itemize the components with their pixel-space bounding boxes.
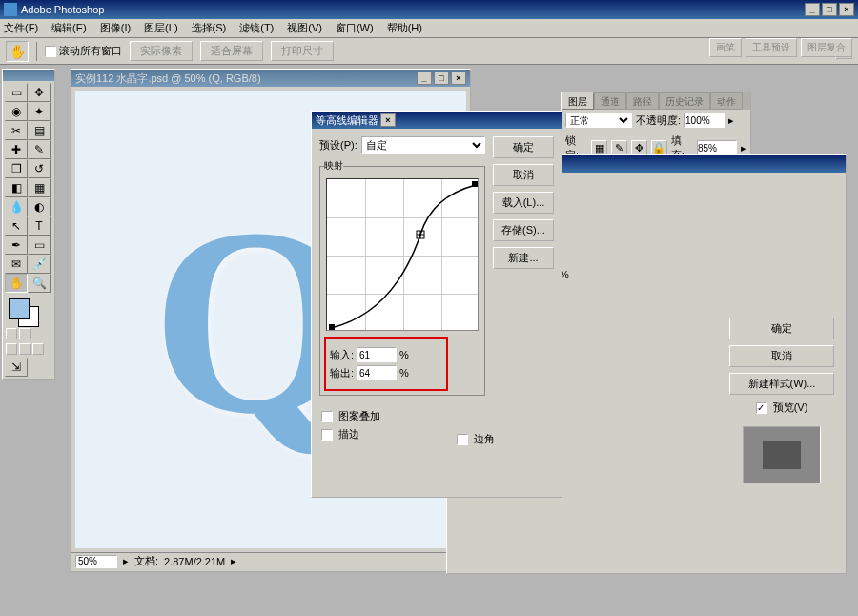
quick-toolpreset[interactable]: 工具预设 [746,38,797,57]
lock-pixels-icon[interactable]: ✎ [611,140,627,155]
corner-label: 边角 [474,432,495,446]
menu-view[interactable]: 视图(V) [287,21,322,35]
fill-input[interactable] [697,140,737,155]
stamp-tool[interactable]: ❐ [5,159,28,178]
lock-transparency-icon[interactable]: ▦ [591,140,607,155]
hand-tool[interactable]: ✋ [5,274,28,293]
screen-full-menu[interactable] [19,343,31,355]
curve-editor[interactable] [326,178,479,331]
lock-position-icon[interactable]: ✥ [631,140,647,155]
menu-image[interactable]: 图像(I) [100,21,131,35]
style-ok-button[interactable]: 确定 [729,318,834,339]
svg-rect-1 [472,181,478,187]
wand-tool[interactable]: ✦ [28,102,51,121]
fill-arrow-icon[interactable]: ▸ [741,142,746,154]
pen-tool[interactable]: ✒ [5,236,28,255]
actual-pixels-button[interactable]: 实际像素 [130,41,193,61]
contour-load-button[interactable]: 载入(L)... [493,192,554,214]
style-preview-thumbnail [743,426,821,483]
color-swatches[interactable] [5,297,52,325]
marquee-tool[interactable]: ▭ [5,83,28,102]
lock-all-icon[interactable]: 🔒 [651,140,667,155]
type-tool[interactable]: T [28,216,51,236]
contour-new-button[interactable]: 新建... [493,247,554,269]
notes-tool[interactable]: ✉ [5,255,28,274]
contour-cancel-button[interactable]: 取消 [493,164,554,186]
contour-save-button[interactable]: 存储(S)... [493,219,554,241]
style-preview-checkbox[interactable]: 预览(V) [729,400,834,415]
menu-filter[interactable]: 滤镜(T) [239,21,274,35]
tab-paths[interactable]: 路径 [626,92,659,110]
jump-to-button[interactable]: ⇲ [5,358,28,377]
print-size-button[interactable]: 打印尺寸 [271,41,334,61]
fit-screen-button[interactable]: 适合屏幕 [200,41,263,61]
contour-ok-button[interactable]: 确定 [493,136,554,158]
tab-layers[interactable]: 图层 [562,92,594,110]
minimize-button[interactable]: _ [805,3,820,16]
scroll-all-checkbox[interactable]: 滚动所有窗口 [45,44,122,58]
document-title: 实例112 水晶字.psd @ 50% (Q, RGB/8) [75,72,261,86]
history-brush-tool[interactable]: ↺ [28,159,51,178]
doc-maximize-button[interactable]: □ [434,72,449,85]
stroke-checkbox[interactable] [321,429,333,441]
output-label: 输出: [330,366,354,380]
preview-label: 预览(V) [773,400,808,415]
output-value-field[interactable] [357,365,397,380]
path-tool[interactable]: ↖ [5,216,28,236]
zoom-input[interactable] [75,555,117,568]
close-button[interactable]: × [839,3,854,16]
document-titlebar[interactable]: 实例112 水晶字.psd @ 50% (Q, RGB/8) _ □ × [72,70,470,87]
mode-standard[interactable] [6,328,17,339]
app-title: Adobe Photoshop [21,4,104,15]
slice-tool[interactable]: ▤ [28,121,51,140]
eyedropper-tool[interactable]: 💉 [28,255,51,274]
preset-select[interactable]: 自定 [361,136,485,154]
contour-title: 等高线编辑器 [316,113,378,128]
dodge-tool[interactable]: ◐ [28,197,51,216]
pattern-overlay-checkbox[interactable] [321,411,333,422]
tab-actions[interactable]: 动作 [710,92,743,110]
opacity-arrow-icon[interactable]: ▸ [728,114,734,127]
menu-window[interactable]: 窗口(W) [336,21,374,35]
doc-close-button[interactable]: × [451,72,466,85]
move-tool[interactable]: ✥ [28,83,51,102]
input-percent: % [399,349,409,360]
brush-tool[interactable]: ✎ [28,140,51,159]
blur-tool[interactable]: 💧 [5,197,28,216]
menu-select[interactable]: 选择(S) [192,21,227,35]
menubar: 文件(F) 编辑(E) 图像(I) 图层(L) 选择(S) 滤镜(T) 视图(V… [0,19,858,38]
opacity-input[interactable] [684,113,725,128]
crop-tool[interactable]: ✂ [5,121,28,140]
document-statusbar: ▸ 文档: 2.87M/2.21M ▸ [72,552,470,569]
lasso-tool[interactable]: ◉ [5,102,28,121]
zoom-tool[interactable]: 🔍 [28,274,51,293]
blend-mode-select[interactable]: 正常 [565,113,632,128]
contour-close-button[interactable]: × [380,113,396,127]
foreground-color-swatch[interactable] [9,298,30,319]
curve-path-icon [327,179,480,332]
eraser-tool[interactable]: ◧ [5,178,28,197]
menu-file[interactable]: 文件(F) [4,21,38,35]
tab-history[interactable]: 历史记录 [659,92,710,110]
quick-layercomp[interactable]: 图层复合 [801,38,852,57]
shape-tool[interactable]: ▭ [28,236,51,255]
mode-quickmask[interactable] [19,328,31,339]
style-newstyle-button[interactable]: 新建样式(W)... [729,373,834,395]
menu-help[interactable]: 帮助(H) [387,21,422,35]
doc-minimize-button[interactable]: _ [417,72,432,85]
maximize-button[interactable]: □ [822,3,837,16]
menu-edit[interactable]: 编辑(E) [51,21,87,35]
menu-layer[interactable]: 图层(L) [144,21,177,35]
corner-checkbox[interactable] [457,434,468,445]
tab-channels[interactable]: 通道 [594,92,626,110]
hand-tool-icon[interactable]: ✋ [6,41,29,62]
quick-brush[interactable]: 画笔 [709,38,742,57]
heal-tool[interactable]: ✚ [5,140,28,159]
pattern-overlay-label: 图案叠加 [338,409,380,423]
style-cancel-button[interactable]: 取消 [729,345,834,367]
screen-standard[interactable] [6,343,17,355]
contour-titlebar[interactable]: 等高线编辑器 × [312,112,562,129]
input-value-field[interactable] [357,347,397,362]
gradient-tool[interactable]: ▦ [28,178,51,197]
screen-full[interactable] [32,343,44,355]
